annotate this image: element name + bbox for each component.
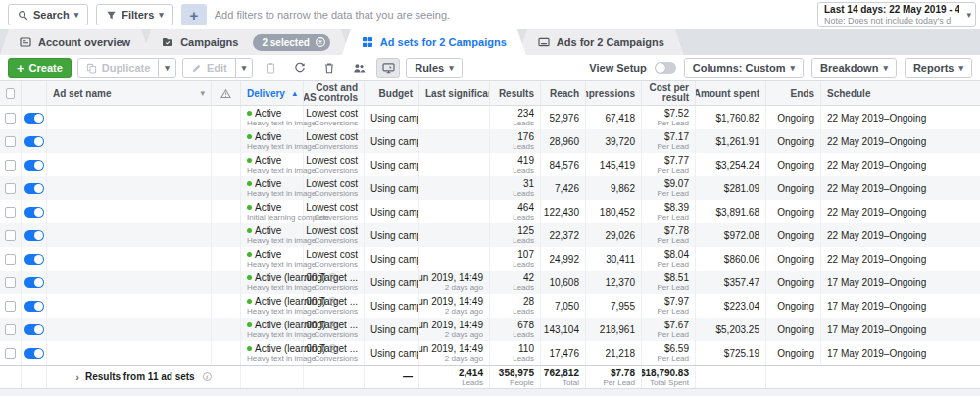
results-cell: 419 Leads — [490, 153, 541, 176]
delivery-substatus: Heavy text in image — [247, 166, 297, 174]
select-all-checkbox[interactable] — [6, 88, 15, 99]
errors-cell — [212, 223, 241, 247]
ad-set-toggle[interactable] — [24, 230, 44, 241]
ad-set-name-header[interactable]: Ad set name ▾ — [47, 81, 212, 105]
date-range-selector[interactable]: Last 14 days: 22 May 2019 - 4 Note: Does… — [817, 2, 976, 27]
ad-set-name[interactable] — [47, 247, 212, 271]
totals-label: Results from 11 ad sets — [85, 371, 195, 382]
row-checkbox[interactable] — [5, 136, 16, 147]
filters-button[interactable]: Filters ▾ — [96, 4, 173, 25]
duplicate-caret-button[interactable]: ▾ — [158, 58, 176, 78]
results-header[interactable]: Results — [490, 81, 541, 105]
row-checkbox[interactable] — [5, 301, 16, 312]
last-edit-cell — [419, 129, 490, 153]
amount-spent-value: $357.47 — [724, 277, 760, 288]
preview-button[interactable] — [376, 58, 400, 78]
ad-set-toggle[interactable] — [24, 136, 44, 147]
row-checkbox[interactable] — [5, 207, 16, 218]
ad-set-toggle[interactable] — [24, 324, 44, 335]
results-unit: Leads — [513, 189, 534, 198]
columns-button[interactable]: Columns: Custom ▾ — [684, 58, 804, 78]
amount-spent-value: $3,891.68 — [716, 207, 760, 218]
schedule-value: 22 May 2019–Ongoing — [827, 113, 974, 124]
tab-account-overview[interactable]: Account overview — [0, 29, 150, 55]
tab-ads[interactable]: Ads for 2 Campaigns — [518, 29, 684, 55]
ad-set-toggle[interactable] — [24, 160, 44, 171]
table-row: Activei Initial learning complete Lowest… — [0, 200, 980, 223]
ad-set-toggle[interactable] — [24, 277, 44, 288]
audience-button[interactable] — [347, 58, 370, 78]
last-edit-cell — [419, 223, 490, 247]
row-checkbox[interactable] — [5, 324, 16, 335]
tab-campaigns[interactable]: Campaigns 2 selected — [142, 29, 350, 55]
last-edit-cell — [419, 106, 490, 129]
ad-set-name[interactable] — [47, 129, 212, 153]
ad-set-name[interactable] — [47, 341, 212, 365]
clear-selection-icon[interactable] — [315, 36, 326, 48]
ad-set-toggle[interactable] — [24, 348, 44, 359]
ends-header[interactable]: Ends — [766, 81, 821, 105]
results-value: 176 — [517, 131, 534, 142]
edit-caret-button[interactable]: ▾ — [235, 58, 254, 78]
row-checkbox[interactable] — [5, 160, 16, 171]
schedule-cell: 17 May 2019–Ongoing — [821, 271, 980, 294]
reach-cell: 84,576 — [541, 153, 586, 176]
totals-label-cell[interactable]: › Results from 11 ad sets i — [47, 366, 241, 388]
ad-set-name[interactable] — [47, 106, 212, 129]
breakdown-button[interactable]: Breakdown ▾ — [811, 58, 897, 78]
cost-controls-header[interactable]: Cost andROAS controls — [304, 81, 365, 105]
rules-button[interactable]: Rules ▾ — [406, 58, 463, 78]
ad-set-name[interactable] — [47, 318, 212, 341]
sort-caret-up-icon[interactable]: ▴ — [292, 89, 297, 98]
edit-button[interactable]: Edit — [182, 58, 236, 78]
ad-set-name[interactable] — [47, 223, 212, 247]
totals-row: › Results from 11 ad sets i — 2,414 Lead… — [0, 365, 980, 388]
ad-set-toggle[interactable] — [24, 207, 44, 218]
sort-caret-icon[interactable]: ▾ — [200, 89, 205, 98]
impressions-header[interactable]: Impressions — [586, 81, 642, 105]
schedule-header[interactable]: Schedule — [821, 81, 980, 105]
delivery-status: Active — [255, 249, 281, 260]
delivery-header[interactable]: Delivery ▴ — [241, 81, 304, 105]
ad-set-toggle[interactable] — [24, 113, 44, 124]
create-button[interactable]: + Create — [8, 58, 72, 78]
ad-set-name[interactable] — [47, 200, 212, 223]
reach-value: 122,430 — [544, 207, 579, 218]
row-checkbox[interactable] — [5, 230, 16, 241]
ad-set-toggle[interactable] — [24, 254, 44, 265]
row-checkbox[interactable] — [5, 113, 16, 124]
tab-ad-sets[interactable]: Ad sets for 2 Campaigns — [342, 29, 526, 55]
delete-button[interactable] — [318, 58, 341, 78]
ad-set-name[interactable] — [47, 271, 212, 294]
row-checkbox[interactable] — [5, 254, 16, 265]
refresh-button[interactable] — [288, 58, 312, 78]
reach-cell: 122,430 — [541, 200, 586, 223]
clipboard-button[interactable] — [259, 58, 282, 78]
reports-button[interactable]: Reports ▾ — [905, 58, 972, 78]
totals-impressions-cell: 762,812 Total — [541, 366, 586, 388]
amount-spent-cell: $357.47 — [696, 271, 766, 294]
last-edit-header[interactable]: Last significant edit — [419, 81, 490, 105]
cost-control-type: Conversions — [315, 307, 358, 316]
duplicate-button[interactable]: Duplicate — [77, 58, 160, 78]
selected-count-badge[interactable]: 2 selected — [253, 34, 329, 51]
ad-set-name[interactable] — [47, 153, 212, 176]
ad-set-name[interactable] — [47, 176, 212, 200]
row-checkbox[interactable] — [5, 277, 16, 288]
errors-cell — [212, 271, 241, 294]
add-filter-button[interactable]: + — [181, 4, 207, 25]
view-setup-toggle[interactable] — [655, 62, 676, 74]
row-checkbox[interactable] — [5, 348, 16, 359]
amount-spent-header[interactable]: Amount spent — [696, 81, 766, 105]
ad-set-toggle[interactable] — [24, 183, 44, 194]
amount-spent-cell: $1,261.91 — [696, 129, 766, 153]
duplicate-label: Duplicate — [102, 62, 151, 74]
ad-set-toggle[interactable] — [24, 301, 44, 312]
cost-per-result-header[interactable]: Cost perresult — [642, 81, 696, 105]
budget-header[interactable]: Budget — [365, 81, 419, 105]
ad-set-name[interactable] — [47, 294, 212, 318]
reach-header[interactable]: Reach — [541, 81, 586, 105]
row-checkbox[interactable] — [5, 183, 16, 194]
schedule-cell: 22 May 2019–Ongoing — [821, 200, 980, 223]
search-button[interactable]: Search ▾ — [8, 4, 88, 25]
